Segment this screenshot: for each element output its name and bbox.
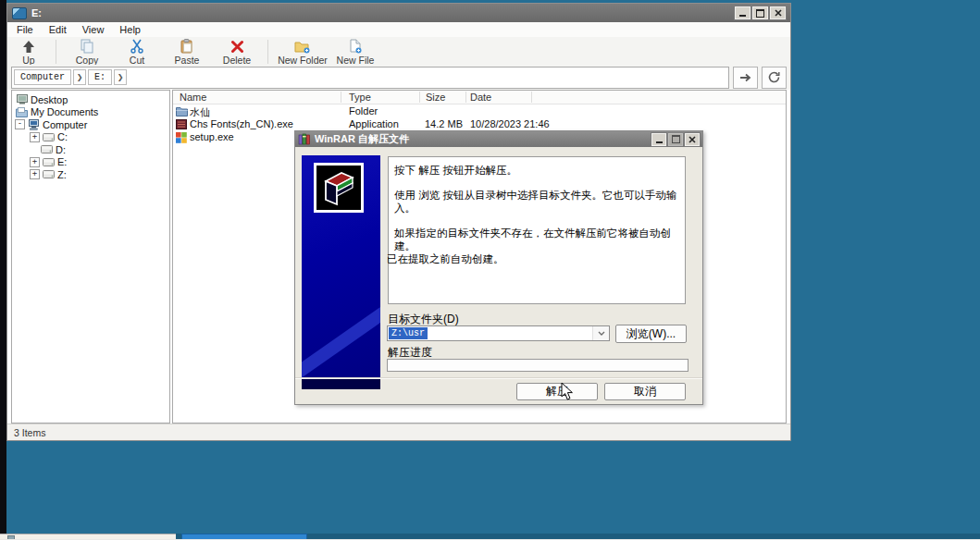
column-type[interactable]: Type [349, 92, 371, 103]
breadcrumb-drive-e[interactable]: E: [88, 69, 112, 85]
browse-label: 浏览(W)... [626, 326, 676, 342]
cancel-label: 取消 [634, 384, 656, 399]
winrar-sfx-dialog: WinRAR 自解压文件 按下 解压 按钮开始解压。 [294, 130, 703, 405]
menu-help[interactable]: Help [119, 24, 141, 35]
up-button[interactable]: Up [7, 39, 50, 66]
winrar-icon [298, 133, 311, 145]
documents-folder-icon [16, 106, 28, 117]
paste-button[interactable]: Paste [162, 39, 212, 66]
toolbar-separator [267, 40, 268, 64]
collapse-icon[interactable]: - [15, 119, 25, 129]
dialog-minimize-button[interactable] [651, 133, 666, 146]
delete-icon [230, 40, 244, 54]
menu-edit[interactable]: Edit [49, 24, 67, 35]
drive-icon [43, 156, 55, 167]
tree-label: Z: [57, 169, 67, 180]
setup-icon [176, 132, 187, 142]
browse-button[interactable]: 浏览(W)... [615, 325, 687, 343]
cut-button[interactable]: Cut [112, 39, 162, 66]
go-arrow-icon [739, 73, 752, 82]
instruction-line: 使用 浏览 按钮从目录树中选择目标文件夹。它也可以手动输入。 [394, 189, 679, 215]
combo-dropdown-button[interactable] [592, 326, 609, 340]
menu-view[interactable]: View [82, 24, 105, 35]
column-divider[interactable] [341, 92, 341, 103]
close-button[interactable] [770, 6, 786, 19]
toolbar: Up Copy Cut Paste Delete New Fo [7, 37, 790, 68]
breadcrumb-chevron-icon[interactable]: ❯ [73, 69, 86, 85]
item-count: 3 Items [14, 427, 45, 438]
file-name: setup.exe [190, 131, 234, 142]
menu-file[interactable]: File [17, 24, 33, 35]
maximize-button[interactable] [752, 6, 768, 19]
desktop-icon [16, 94, 28, 105]
address-field[interactable]: Computer ❯ E: ❯ [11, 67, 729, 89]
tree-item-drive-d[interactable]: D: [12, 143, 169, 156]
breadcrumb-computer[interactable]: Computer [14, 69, 71, 85]
toolbar-separator [56, 40, 56, 64]
file-row-application[interactable]: Chs Fonts(zh_CN).exe Application 14.2 MB… [173, 118, 786, 131]
column-date[interactable]: Date [470, 92, 491, 103]
tree-label: Desktop [31, 94, 68, 105]
computer-icon [28, 119, 40, 130]
winrar-banner-panel [302, 155, 380, 389]
column-divider[interactable] [465, 92, 466, 103]
expand-icon[interactable]: + [30, 132, 40, 142]
window-title: E: [31, 7, 42, 18]
new-file-button[interactable]: New File [331, 39, 379, 66]
file-name: 水仙 [190, 105, 210, 119]
column-divider[interactable] [531, 92, 532, 103]
maximize-icon [756, 9, 764, 18]
file-row-folder[interactable]: 水仙 Folder [173, 105, 786, 118]
refresh-icon [768, 71, 780, 83]
extraction-progress-bar [387, 359, 688, 372]
tree-item-drive-e[interactable]: + E: [12, 156, 169, 169]
drive-icon [43, 131, 55, 142]
refresh-button[interactable] [762, 67, 787, 89]
tree-label: Computer [43, 119, 87, 130]
close-icon [775, 9, 782, 17]
copy-button[interactable]: Copy [62, 39, 112, 66]
dialog-close-button[interactable] [685, 133, 700, 146]
instruction-line: 如果指定的目标文件夹不存在，在文件解压前它将被自动创建。 [394, 227, 679, 252]
maximize-icon [672, 135, 680, 143]
copy-icon [80, 39, 94, 54]
column-divider[interactable] [419, 92, 420, 103]
dialog-titlebar[interactable]: WinRAR 自解压文件 [295, 131, 702, 147]
instruction-line: 按下 解压 按钮开始解压。 [394, 164, 679, 177]
application-icon [176, 119, 187, 129]
drive-icon [41, 144, 53, 155]
cancel-button[interactable]: 取消 [604, 383, 686, 400]
expand-icon[interactable]: + [30, 169, 40, 179]
expand-icon[interactable]: + [30, 157, 40, 167]
file-type: Folder [349, 105, 378, 117]
minimize-icon [739, 15, 746, 17]
go-button[interactable] [733, 67, 758, 89]
cut-icon [130, 39, 144, 54]
up-icon [21, 40, 36, 54]
destination-combo[interactable]: Z:\usr [387, 325, 610, 341]
list-header[interactable]: Name Type Size Date [173, 91, 786, 104]
address-bar: Computer ❯ E: ❯ [7, 65, 790, 90]
book-3d-icon [316, 166, 361, 210]
tree-item-computer[interactable]: - Computer [12, 118, 169, 131]
column-name[interactable]: Name [180, 92, 206, 103]
new-folder-button[interactable]: New Folder [274, 39, 331, 66]
tree-item-drive-z[interactable]: + Z: [12, 168, 169, 181]
breadcrumb-chevron-icon[interactable]: ❯ [114, 69, 127, 85]
explorer-titlebar[interactable]: E: [7, 4, 790, 22]
tree-label: E: [57, 156, 67, 167]
menubar: File Edit View Help [7, 22, 790, 38]
sfx-instructions: 按下 解压 按钮开始解压。 使用 浏览 按钮从目录树中选择目标文件夹。它也可以手… [388, 156, 686, 304]
minimize-icon [656, 141, 663, 143]
extract-button[interactable]: 解压 [516, 383, 598, 400]
chevron-down-icon [598, 331, 605, 336]
tree-item-drive-c[interactable]: + C: [12, 131, 169, 144]
tree-item-my-documents[interactable]: My Documents [12, 106, 169, 119]
tree-item-desktop[interactable]: Desktop [12, 93, 169, 106]
destination-value[interactable]: Z:\usr [389, 327, 428, 339]
paste-icon [180, 39, 194, 54]
banner-bottom-band [302, 379, 380, 389]
minimize-button[interactable] [735, 6, 751, 19]
column-size[interactable]: Size [426, 92, 445, 103]
delete-button[interactable]: Delete [212, 39, 262, 66]
